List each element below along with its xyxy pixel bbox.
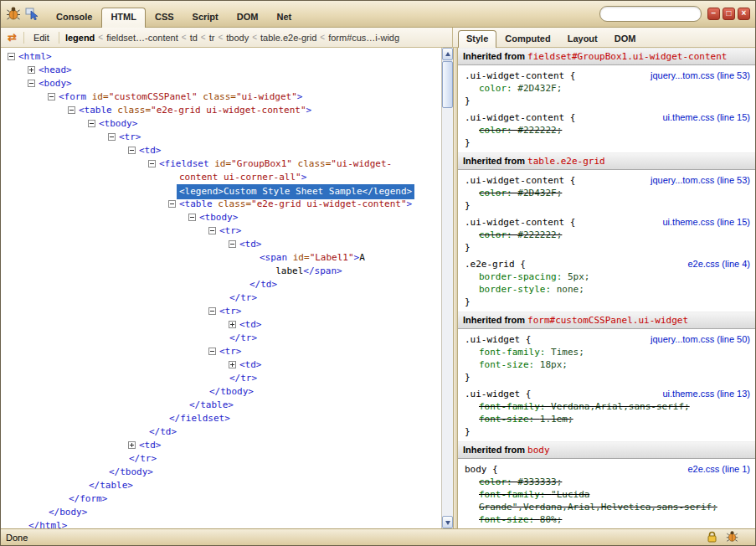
- stylesheet-link[interactable]: ui.theme.css (line 13): [662, 388, 750, 400]
- css-property[interactable]: font-size: 18px;: [465, 358, 750, 371]
- scroll-up-button[interactable]: [442, 48, 453, 60]
- search-input[interactable]: [599, 6, 702, 22]
- collapse-icon[interactable]: [68, 106, 75, 114]
- collapse-icon[interactable]: [168, 200, 176, 208]
- tree-row[interactable]: label</span>: [1, 265, 441, 278]
- rule-selector[interactable]: .ui-widget-content {: [465, 217, 575, 228]
- css-property[interactable]: border-spacing: 5px;: [465, 270, 750, 283]
- breadcrumb-item-tr[interactable]: tr: [207, 33, 218, 43]
- tree-row[interactable]: content ui-corner-all">: [1, 171, 441, 184]
- breadcrumb-item-form-cus-i-widg[interactable]: form#cus…i-widg: [326, 33, 402, 43]
- tree-row[interactable]: <table class="e2e-grid ui-widget-content…: [1, 104, 441, 117]
- collapse-icon[interactable]: [48, 93, 55, 100]
- main-tab-script[interactable]: Script: [183, 8, 228, 27]
- scroll-down-button[interactable]: [442, 516, 453, 528]
- tree-row[interactable]: <form id="customCSSPanel" class="ui-widg…: [1, 90, 441, 104]
- stylesheet-link[interactable]: ui.theme.css (line 15): [662, 111, 750, 124]
- tree-row[interactable]: <td>: [1, 358, 441, 372]
- tree-row[interactable]: <body>: [1, 77, 441, 90]
- close-button[interactable]: ×: [738, 8, 750, 20]
- tree-row[interactable]: <tr>: [1, 224, 441, 238]
- stylesheet-link[interactable]: e2e.css (line 4): [687, 258, 750, 270]
- main-tab-css[interactable]: CSS: [146, 8, 183, 27]
- tree-row[interactable]: <td>: [1, 439, 441, 452]
- main-tab-console[interactable]: Console: [47, 8, 101, 27]
- css-property[interactable]: font-family: Times;: [465, 346, 750, 358]
- tree-scrollbar[interactable]: [441, 48, 453, 528]
- tree-row[interactable]: </tr>: [1, 291, 441, 305]
- collapse-icon[interactable]: [208, 348, 216, 355]
- expand-icon[interactable]: [128, 441, 136, 449]
- tree-row[interactable]: </td>: [1, 425, 441, 439]
- tree-row[interactable]: </fieldset>: [1, 412, 441, 425]
- tree-row[interactable]: <span id="Label1">A: [1, 251, 441, 265]
- css-property[interactable]: font-family: Verdana,Arial,sans-serif;: [465, 400, 750, 413]
- css-property[interactable]: color: #222222;: [465, 229, 750, 241]
- collapse-icon[interactable]: [208, 227, 216, 234]
- expand-icon[interactable]: [229, 321, 236, 328]
- collapse-icon[interactable]: [8, 53, 15, 60]
- tree-row[interactable]: </table>: [1, 399, 441, 412]
- tree-row[interactable]: <tbody>: [1, 117, 441, 131]
- main-tab-html[interactable]: HTML: [101, 8, 146, 28]
- tree-row[interactable]: </form>: [1, 492, 441, 506]
- collapse-icon[interactable]: [229, 240, 236, 248]
- tree-row[interactable]: </tr>: [1, 372, 441, 385]
- rule-selector[interactable]: .ui-widget {: [465, 389, 531, 399]
- main-tab-net[interactable]: Net: [267, 8, 301, 27]
- inherited-from-selector[interactable]: table.e2e-grid: [527, 156, 605, 167]
- rule-selector[interactable]: .ui-widget-content {: [465, 112, 575, 123]
- collapse-icon[interactable]: [188, 214, 196, 221]
- expand-icon[interactable]: [229, 361, 236, 368]
- tree-row[interactable]: <table class="e2e-grid ui-widget-content…: [1, 198, 441, 211]
- inspect-icon[interactable]: [25, 7, 39, 22]
- tree-row[interactable]: <head>: [1, 64, 441, 77]
- stylesheet-link[interactable]: ui.theme.css (line 15): [662, 216, 750, 229]
- minimize-button[interactable]: −: [707, 8, 720, 20]
- rule-selector[interactable]: .ui-widget-content {: [465, 175, 575, 186]
- stylesheet-link[interactable]: e2e.css (line 1): [687, 463, 750, 476]
- tree-row[interactable]: <tr>: [1, 131, 441, 144]
- tree-row[interactable]: </tbody>: [1, 385, 441, 399]
- edit-button[interactable]: Edit: [28, 31, 55, 44]
- popout-button[interactable]: □: [723, 8, 735, 20]
- css-property[interactable]: border-style: none;: [465, 283, 750, 296]
- tree-row[interactable]: <td>: [1, 144, 441, 157]
- tree-row[interactable]: <fieldset id="GroupBox1" class="ui-widge…: [1, 157, 441, 171]
- collapse-icon[interactable]: [28, 80, 35, 87]
- rule-selector[interactable]: .ui-widget-content {: [465, 70, 575, 81]
- collapse-icon[interactable]: [128, 147, 136, 154]
- tree-row[interactable]: </table>: [1, 479, 441, 492]
- tree-row[interactable]: <tr>: [1, 305, 441, 318]
- inherited-from-selector[interactable]: body: [527, 445, 550, 456]
- css-property[interactable]: font-family: "Lucida Grande",Verdana,Ari…: [465, 488, 750, 513]
- tree-row[interactable]: </html>: [1, 519, 441, 528]
- lock-icon[interactable]: [707, 531, 717, 544]
- breadcrumb-item-tbody[interactable]: tbody: [224, 33, 251, 43]
- firebug-icon[interactable]: [6, 6, 21, 23]
- css-property[interactable]: font-size: 1.1em;: [465, 413, 750, 425]
- tree-row[interactable]: <tbody>: [1, 211, 441, 224]
- style-tab-computed[interactable]: Computed: [496, 30, 558, 47]
- tree-row[interactable]: <td>: [1, 238, 441, 251]
- breadcrumb-item-legend[interactable]: legend: [63, 33, 97, 43]
- css-property[interactable]: color: #333333;: [465, 476, 750, 488]
- stylesheet-link[interactable]: jquery...tom.css (line 53): [651, 70, 750, 82]
- collapse-icon[interactable]: [108, 133, 116, 141]
- stylesheet-link[interactable]: jquery...tom.css (line 50): [651, 333, 750, 346]
- css-property[interactable]: font-size: 80%;: [465, 513, 750, 526]
- options-icon[interactable]: ⇄: [4, 31, 20, 44]
- breadcrumb-item-fieldset-content[interactable]: fieldset…-content: [104, 33, 181, 43]
- rule-selector[interactable]: .e2e-grid {: [465, 259, 526, 270]
- inherited-from-selector[interactable]: fieldset#GroupBox1.ui-widget-content: [527, 51, 727, 62]
- tree-row[interactable]: </tr>: [1, 452, 441, 466]
- css-property[interactable]: color: #2D432F;: [465, 187, 750, 199]
- rule-selector[interactable]: .ui-widget {: [465, 334, 531, 345]
- collapse-icon[interactable]: [208, 307, 216, 315]
- tree-row[interactable]: <tr>: [1, 345, 441, 358]
- tree-row[interactable]: </tr>: [1, 332, 441, 345]
- style-tab-dom[interactable]: DOM: [606, 30, 645, 47]
- expand-icon[interactable]: [28, 66, 35, 74]
- style-tab-layout[interactable]: Layout: [559, 30, 606, 47]
- breadcrumb-item-td[interactable]: td: [188, 33, 200, 43]
